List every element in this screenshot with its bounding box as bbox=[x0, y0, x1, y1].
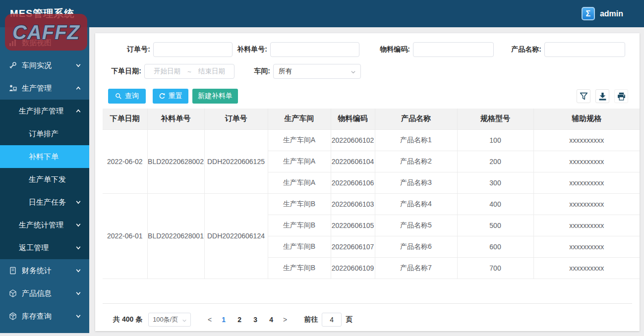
sidebar-item-label: 生产统计管理 bbox=[19, 221, 63, 230]
cell-spec: 600 bbox=[457, 236, 533, 257]
user-menu[interactable]: Σ admin bbox=[582, 7, 623, 20]
footer-divider bbox=[103, 303, 632, 304]
cell-spec: 500 bbox=[457, 215, 533, 236]
product-name-input[interactable] bbox=[544, 42, 625, 57]
cell-product-name: 产品名称1 bbox=[375, 129, 457, 151]
sidebar-item-label: 补料下单 bbox=[29, 152, 59, 162]
reset-button[interactable]: 重置 bbox=[153, 89, 188, 104]
sidebar-item-refill-order[interactable]: 补料下单 bbox=[0, 145, 89, 168]
chevron-down-icon bbox=[75, 62, 81, 68]
date-separator: ~ bbox=[187, 68, 191, 75]
cell-workshop: 生产车间B bbox=[268, 236, 331, 257]
cell-material-code: 20220606105 bbox=[331, 215, 375, 236]
sidebar-item-daily-tasks[interactable]: 日生产任务 bbox=[0, 191, 89, 214]
sidebar-item-rework-mgmt[interactable]: 返工管理 bbox=[0, 236, 89, 259]
cell-workshop: 生产车间B bbox=[268, 193, 331, 215]
sidebar-item-production-dispatch[interactable]: 生产单下发 bbox=[0, 168, 89, 191]
workshop-select-value: 所有 bbox=[279, 67, 292, 76]
chevron-down-icon bbox=[75, 245, 81, 251]
cell-aux-spec: xxxxxxxxxx bbox=[533, 151, 640, 172]
filter-material-code: 物料编码: bbox=[378, 42, 494, 57]
material-code-input[interactable] bbox=[413, 42, 494, 57]
page-number-1[interactable]: 1 bbox=[216, 316, 232, 324]
refill-no-input[interactable] bbox=[270, 42, 359, 57]
col-header-refill-no: 补料单号 bbox=[147, 109, 204, 129]
watermark-text: CAFFZ bbox=[12, 21, 80, 44]
new-refill-order-button[interactable]: 新建补料单 bbox=[192, 89, 238, 104]
sidebar-item-inventory-query[interactable]: 库存查询 bbox=[0, 305, 89, 328]
sidebar-item-label: 财务统计 bbox=[22, 266, 52, 276]
chevron-down-icon bbox=[75, 313, 81, 319]
table-row: 2022-06-01 BLD20220628001 DDH20220606124… bbox=[103, 193, 640, 215]
col-header-workshop: 生产车间 bbox=[268, 109, 331, 129]
chevron-up-icon bbox=[75, 85, 81, 91]
filter-refill-no: 补料单号: bbox=[236, 42, 359, 57]
print-button[interactable] bbox=[614, 89, 628, 103]
cell-material-code: 20220606107 bbox=[331, 236, 375, 257]
workshop-label: 车间: bbox=[246, 67, 270, 76]
cell-product-name: 产品名称5 bbox=[375, 215, 457, 236]
cell-refill-no: BLD20220628002 bbox=[147, 129, 204, 193]
cell-material-code: 20220606104 bbox=[331, 151, 375, 172]
sidebar-item-label: 生产排产管理 bbox=[19, 107, 63, 116]
date-start-placeholder: 开始日期 bbox=[154, 67, 180, 76]
search-icon bbox=[115, 93, 122, 100]
cell-order-no: DDH20220606125 bbox=[204, 129, 268, 193]
cell-workshop: 生产车间B bbox=[268, 257, 331, 279]
col-header-order-no: 订单号 bbox=[204, 109, 268, 129]
sidebar-item-scheduling-mgmt[interactable]: 生产排产管理 bbox=[0, 100, 89, 122]
chevron-down-icon bbox=[75, 290, 81, 296]
sidebar-item-label: 库存查询 bbox=[22, 312, 52, 321]
refill-orders-table: 下单日期 补料单号 订单号 生产车间 物料编码 产品名称 规格型号 辅助规格 2… bbox=[103, 109, 640, 279]
cell-product-name: 产品名称2 bbox=[375, 151, 457, 172]
filter-order-date: 下单日期: 开始日期 ~ 结束日期 bbox=[108, 64, 234, 79]
cell-order-date: 2022-06-01 bbox=[103, 193, 147, 279]
sidebar-item-product-info[interactable]: 产品信息 bbox=[0, 282, 89, 305]
cell-aux-spec: xxxxxxxxxx bbox=[533, 257, 640, 279]
col-header-spec: 规格型号 bbox=[457, 109, 533, 129]
col-header-product-name: 产品名称 bbox=[375, 109, 457, 129]
goto-page-input[interactable] bbox=[322, 313, 342, 327]
sidebar-item-production-mgmt[interactable]: 生产管理 bbox=[0, 77, 89, 100]
cell-material-code: 20220606109 bbox=[331, 257, 375, 279]
page-size-value: 100条/页 bbox=[153, 315, 178, 324]
date-range-picker[interactable]: 开始日期 ~ 结束日期 bbox=[144, 64, 234, 79]
filter-funnel-button[interactable] bbox=[577, 89, 590, 103]
search-button[interactable]: 查询 bbox=[108, 89, 146, 104]
main-area: 订单号: 补料单号: 物料编码: 产品名称: 下单日期: 开始日期 ~ bbox=[89, 27, 644, 336]
page-number-4[interactable]: 4 bbox=[263, 316, 279, 324]
top-header: MES管理系统 Σ admin bbox=[0, 0, 644, 27]
cell-workshop: 生产车间A bbox=[268, 129, 331, 151]
sidebar-item-label: 日生产任务 bbox=[29, 198, 66, 207]
refill-no-label: 补料单号: bbox=[236, 45, 267, 54]
sidebar-item-production-stats[interactable]: 生产统计管理 bbox=[0, 214, 89, 236]
filter-product-name: 产品名称: bbox=[511, 42, 625, 57]
search-button-label: 查询 bbox=[125, 92, 139, 101]
cell-material-code: 20220606106 bbox=[331, 172, 375, 193]
sidebar-item-order-scheduling[interactable]: 订单排产 bbox=[0, 122, 89, 145]
printer-icon bbox=[617, 92, 626, 101]
page-number-2[interactable]: 2 bbox=[232, 316, 247, 324]
sidebar-item-workshop-live[interactable]: 车间实况 bbox=[0, 54, 89, 77]
chevron-down-icon bbox=[182, 318, 187, 323]
prev-page-button[interactable]: < bbox=[204, 316, 216, 324]
page-number-3[interactable]: 3 bbox=[247, 316, 263, 324]
page-size-select[interactable]: 100条/页 bbox=[148, 313, 191, 327]
sidebar-nav: 数据视图 车间实况 生产管理 生产排产管理 订单排产 bbox=[0, 27, 89, 333]
production-person-icon bbox=[9, 84, 17, 92]
goto-suffix: 页 bbox=[346, 315, 352, 324]
cell-spec: 700 bbox=[457, 257, 533, 279]
cell-product-name: 产品名称7 bbox=[375, 257, 457, 279]
workshop-select[interactable]: 所有 bbox=[273, 64, 361, 79]
cube-icon bbox=[9, 289, 17, 297]
order-no-input[interactable] bbox=[153, 42, 233, 57]
caffz-watermark: CAFFZ bbox=[5, 14, 87, 51]
export-download-button[interactable] bbox=[595, 89, 609, 103]
order-date-label: 下单日期: bbox=[108, 67, 141, 76]
next-page-button[interactable]: > bbox=[279, 316, 291, 324]
cell-aux-spec: xxxxxxxxxx bbox=[533, 236, 640, 257]
sidebar-item-finance-stats[interactable]: 财务统计 bbox=[0, 259, 89, 282]
content-panel: 订单号: 补料单号: 物料编码: 产品名称: 下单日期: 开始日期 ~ bbox=[95, 33, 640, 331]
cell-spec: 300 bbox=[457, 172, 533, 193]
table-row: 2022-06-02 BLD20220628002 DDH20220606125… bbox=[103, 129, 640, 151]
